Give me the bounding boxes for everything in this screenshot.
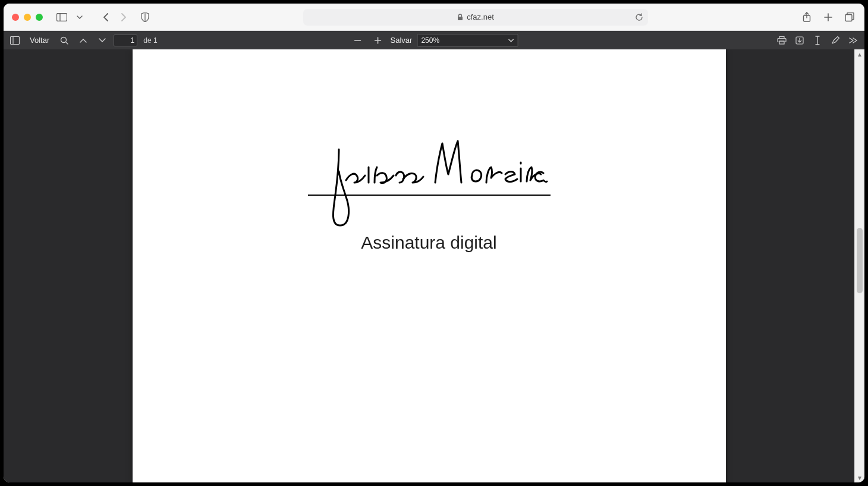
new-tab-button[interactable] bbox=[822, 10, 835, 24]
svg-line-12 bbox=[66, 42, 68, 44]
tab-overview-button[interactable] bbox=[843, 10, 856, 24]
address-text: cfaz.net bbox=[467, 12, 494, 21]
draw-icon[interactable] bbox=[828, 33, 843, 48]
pdf-toolbar: Voltar de 1 Salvar 250% bbox=[4, 31, 864, 49]
save-label[interactable]: Salvar bbox=[391, 36, 413, 45]
prev-page-icon[interactable] bbox=[76, 33, 91, 48]
signature-block: Assinatura digital bbox=[304, 139, 554, 253]
minimize-window-button[interactable] bbox=[24, 14, 31, 21]
nav-forward-button[interactable] bbox=[115, 10, 132, 24]
signature-line bbox=[308, 195, 551, 196]
document-viewport[interactable]: Assinatura digital bbox=[4, 49, 854, 482]
scroll-down-arrow[interactable]: ▼ bbox=[855, 473, 864, 482]
find-icon[interactable] bbox=[56, 33, 72, 48]
close-window-button[interactable] bbox=[12, 14, 19, 21]
titlebar: cfaz.net bbox=[4, 4, 864, 31]
pdf-content-area: Assinatura digital ▲ ▼ bbox=[4, 49, 864, 482]
svg-rect-3 bbox=[458, 17, 463, 20]
svg-rect-18 bbox=[779, 41, 784, 44]
toggle-sidebar-icon[interactable] bbox=[7, 33, 23, 48]
sidebar-dropdown-button[interactable] bbox=[71, 10, 88, 24]
svg-rect-0 bbox=[57, 13, 67, 21]
scroll-thumb[interactable] bbox=[857, 228, 863, 293]
zoom-select[interactable]: 250% bbox=[417, 34, 518, 47]
address-bar[interactable]: cfaz.net bbox=[303, 9, 648, 26]
page-number-input[interactable] bbox=[114, 35, 137, 46]
zoom-out-icon[interactable] bbox=[350, 33, 366, 48]
signature-caption: Assinatura digital bbox=[304, 233, 554, 253]
svg-rect-8 bbox=[845, 14, 852, 21]
nav-back-button[interactable] bbox=[98, 10, 114, 24]
zoom-value: 250% bbox=[421, 36, 439, 45]
chevron-down-icon bbox=[508, 39, 514, 42]
text-cursor-icon[interactable] bbox=[810, 33, 825, 48]
document-page: Assinatura digital bbox=[133, 49, 726, 482]
svg-rect-9 bbox=[11, 36, 20, 44]
privacy-shield-icon[interactable] bbox=[137, 10, 153, 24]
browser-window: cfaz.net Voltar bbox=[4, 4, 864, 482]
sidebar-toggle-button[interactable] bbox=[54, 10, 70, 24]
reload-icon[interactable] bbox=[635, 13, 643, 21]
scroll-up-arrow[interactable]: ▲ bbox=[855, 49, 864, 59]
download-icon[interactable] bbox=[792, 33, 807, 48]
print-icon[interactable] bbox=[774, 33, 790, 48]
traffic-lights bbox=[12, 14, 43, 21]
maximize-window-button[interactable] bbox=[36, 14, 43, 21]
more-tools-icon[interactable] bbox=[845, 33, 861, 48]
signature-image bbox=[310, 139, 548, 228]
zoom-in-icon[interactable] bbox=[370, 33, 386, 48]
page-total-label: de 1 bbox=[143, 36, 157, 45]
share-button[interactable] bbox=[800, 10, 813, 24]
vertical-scrollbar[interactable]: ▲ ▼ bbox=[854, 49, 864, 482]
back-label[interactable]: Voltar bbox=[26, 36, 53, 45]
next-page-icon[interactable] bbox=[95, 33, 110, 48]
lock-icon bbox=[457, 14, 463, 21]
